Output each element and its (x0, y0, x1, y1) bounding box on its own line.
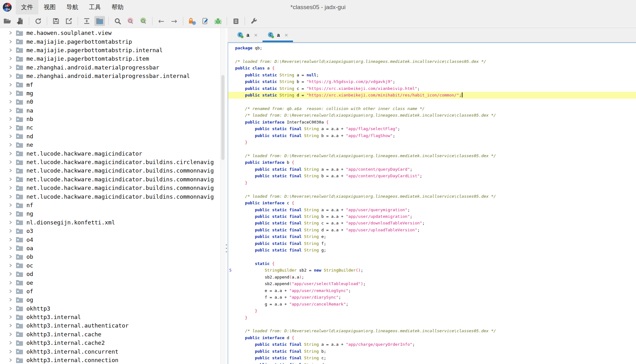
code-line[interactable]: public static final String b = a.a + "ap… (228, 173, 636, 179)
code-line[interactable]: public static final String d = a.a + "ap… (228, 227, 636, 233)
chevron-right-icon[interactable] (8, 358, 13, 362)
tree-package-row[interactable]: n0 (0, 97, 225, 106)
code-line[interactable]: public static String c = "https://xrc.xi… (228, 85, 636, 92)
code-editor[interactable]: package qb;/* loaded from: D:\Reverse\re… (228, 43, 636, 364)
tree-package-row[interactable]: net.lucode.hackware.magicindicator.build… (0, 166, 225, 175)
save-all-button[interactable] (51, 16, 61, 26)
reload-button[interactable] (33, 16, 43, 26)
code-line[interactable]: public class a { (228, 65, 636, 71)
tree-package-row[interactable]: nc (0, 123, 225, 132)
chevron-right-icon[interactable] (8, 332, 13, 337)
tree-package-row[interactable]: nf (0, 201, 225, 209)
add-files-button[interactable] (15, 16, 25, 26)
search-text-button[interactable] (112, 16, 123, 26)
chevron-right-icon[interactable] (8, 254, 13, 259)
chevron-right-icon[interactable] (8, 117, 13, 121)
chevron-right-icon[interactable] (8, 237, 13, 242)
chevron-right-icon[interactable] (8, 280, 13, 285)
chevron-right-icon[interactable] (8, 168, 13, 173)
chevron-right-icon[interactable] (8, 91, 13, 96)
tab-close-icon[interactable]: × (285, 32, 288, 38)
code-line[interactable]: public static final String d; (228, 361, 636, 364)
code-line[interactable]: package qb; (228, 45, 636, 51)
tree-package-row[interactable]: okhttp3.internal (0, 313, 225, 321)
class-search-button[interactable] (138, 16, 149, 26)
editor-tab-active[interactable]: C a × (263, 28, 293, 42)
chevron-right-icon[interactable] (8, 229, 13, 233)
chevron-right-icon[interactable] (8, 220, 13, 225)
code-line[interactable]: public interface d { (228, 334, 636, 341)
chevron-right-icon[interactable] (8, 48, 13, 52)
chevron-right-icon[interactable] (8, 160, 13, 164)
code-line[interactable]: public static final String e; (228, 233, 636, 240)
code-line[interactable]: public static final String a = a.a + "ap… (228, 341, 636, 348)
code-line[interactable]: /* renamed from: qb.a$a reason: collisio… (228, 105, 636, 112)
code-line[interactable]: 5 StringBuilder sb2 = new StringBuilder(… (228, 267, 636, 273)
tree-package-row[interactable]: og (0, 295, 225, 304)
tree-package-row[interactable]: okhttp3.internal.cache2 (0, 339, 225, 347)
tree-package-row[interactable]: me.majiajie.pagerbottomtabstrip (0, 37, 225, 46)
code-line[interactable]: public static final String b = a.a + "ap… (228, 213, 636, 220)
menu-navigation[interactable]: 导航 (61, 0, 84, 14)
tree-package-row[interactable]: me.majiajie.pagerbottomtabstrip.item (0, 54, 225, 63)
tree-package-row[interactable]: na (0, 106, 225, 115)
menu-file[interactable]: 文件 (16, 0, 38, 14)
tree-package-row[interactable]: net.lucode.hackware.magicindicator.build… (0, 158, 225, 166)
code-line[interactable]: f = a.a + "app/user/diarySync"; (228, 294, 636, 301)
deobfuscation-button[interactable] (187, 16, 197, 26)
tree-package-row[interactable]: me.zhanghai.android.materialprogressbar.… (0, 72, 225, 80)
code-line[interactable]: /* loaded from: D:\Reverse\realworld\xia… (228, 193, 636, 200)
chevron-right-icon[interactable] (8, 340, 13, 345)
log-viewer-button[interactable] (230, 16, 241, 26)
code-line[interactable]: public static final String b; (228, 348, 636, 355)
tree-package-row[interactable]: mg (0, 89, 225, 97)
code-line[interactable] (228, 51, 636, 58)
tree-package-row[interactable]: me.majiajie.pagerbottomtabstrip.internal (0, 46, 225, 54)
code-line-highlighted[interactable]: public static String d = "https://xrc.xi… (228, 92, 636, 98)
chevron-right-icon[interactable] (8, 56, 13, 61)
chevron-right-icon[interactable] (8, 30, 13, 35)
chevron-right-icon[interactable] (8, 349, 13, 354)
chevron-right-icon[interactable] (8, 246, 13, 251)
tree-package-row[interactable]: nl.dionsegijn.konfetti.xml (0, 218, 225, 227)
code-line[interactable]: sb2.append("app/user/selectTableupload")… (228, 280, 636, 287)
debugger-button[interactable] (213, 16, 223, 26)
tree-package-row[interactable]: o3 (0, 227, 225, 235)
code-line[interactable]: public static final String a = a.a + "ap… (228, 125, 636, 132)
chevron-right-icon[interactable] (8, 134, 13, 139)
tree-package-row[interactable]: okhttp3 (0, 304, 225, 313)
code-line[interactable]: /* loaded from: D:\Reverse\realworld\xia… (228, 58, 636, 65)
chevron-right-icon[interactable] (8, 272, 13, 276)
tree-package-row[interactable]: nd (0, 132, 225, 141)
chevron-right-icon[interactable] (8, 211, 13, 216)
tree-package-row[interactable]: okhttp3.internal.connection (0, 356, 225, 364)
sync-with-editor-button[interactable] (94, 16, 105, 26)
tree-package-row[interactable]: ng (0, 209, 225, 218)
chevron-right-icon[interactable] (8, 185, 13, 190)
code-line[interactable]: public static final String a = a.a + "ap… (228, 207, 636, 213)
open-file-button[interactable] (2, 16, 13, 26)
code-line[interactable]: public static final String g; (228, 247, 636, 253)
code-line[interactable]: /* loaded from: D:\Reverse\realworld\xia… (228, 152, 636, 159)
menu-tools[interactable]: 工具 (84, 0, 106, 14)
code-line[interactable] (228, 254, 636, 260)
quark-engine-button[interactable] (200, 16, 210, 26)
tree-package-row[interactable]: o4 (0, 235, 225, 244)
chevron-right-icon[interactable] (8, 74, 13, 78)
menu-view[interactable]: 视图 (38, 0, 61, 14)
chevron-right-icon[interactable] (8, 125, 13, 130)
menu-help[interactable]: 帮助 (106, 0, 129, 14)
chevron-right-icon[interactable] (8, 177, 13, 182)
tree-package-row[interactable]: okhttp3.internal.concurrent (0, 347, 225, 356)
code-line[interactable]: } (228, 139, 636, 146)
tree-package-row[interactable]: od (0, 270, 225, 278)
tree-package-row[interactable]: ob (0, 252, 225, 261)
chevron-right-icon[interactable] (8, 289, 13, 294)
preferences-button[interactable] (248, 16, 259, 26)
export-button[interactable] (64, 16, 74, 26)
chevron-right-icon[interactable] (8, 297, 13, 302)
nav-forward-button[interactable]: → (169, 16, 180, 26)
chevron-right-icon[interactable] (8, 65, 13, 70)
code-line[interactable]: } (228, 307, 636, 314)
code-line[interactable]: /* loaded from: D:\Reverse\realworld\xia… (228, 328, 636, 334)
